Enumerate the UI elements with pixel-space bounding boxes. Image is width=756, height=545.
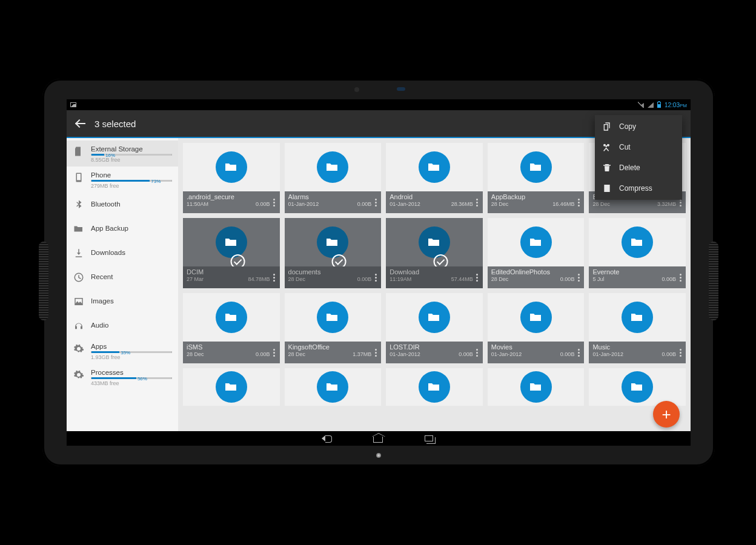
folder-thumb [183, 368, 280, 406]
back-button[interactable] [74, 117, 86, 130]
tile-menu-button[interactable] [473, 191, 482, 213]
sd-icon [73, 145, 85, 157]
folder-tile[interactable] [285, 368, 382, 406]
folder-tile[interactable]: documents 28 Dec 0.00B [285, 218, 382, 288]
tile-menu-button[interactable] [270, 266, 279, 288]
tile-menu-button[interactable] [676, 342, 685, 363]
folder-tile[interactable]: Music 01-Jan-2012 0.00B [589, 293, 686, 363]
nav-recent-button[interactable] [422, 433, 437, 444]
tile-menu-button[interactable] [473, 266, 482, 288]
sidebar-item-images[interactable]: Images [67, 289, 178, 314]
tile-menu-button[interactable] [574, 266, 583, 288]
status-clock: 12:03PM [665, 102, 687, 108]
tablet-frame: 12:03PM 3 selected External Storage 16% … [42, 79, 715, 466]
phone-icon [73, 171, 85, 183]
folder-name: Evernote [592, 268, 676, 276]
screen: 12:03PM 3 selected External Storage 16% … [67, 99, 691, 446]
tile-menu-button[interactable] [270, 191, 279, 213]
speaker-left [39, 242, 48, 320]
sidebar-item-bluetooth[interactable]: Bluetooth [67, 193, 178, 217]
tile-menu-button[interactable] [371, 191, 380, 213]
menu-item-cut[interactable]: Cut [595, 137, 682, 157]
folder-date: 11:19AM [390, 276, 411, 282]
fab-add-button[interactable]: + [653, 401, 680, 428]
folder-info: KingsoftOffice 28 Dec 1.37MB [285, 342, 382, 363]
folder-size: 0.00B [662, 276, 676, 282]
tile-menu-button[interactable] [473, 342, 482, 363]
folder-size: 0.00B [256, 201, 270, 207]
folder-tile[interactable]: Download 11:19AM 57.44MB [386, 218, 483, 288]
folder-info: Download 11:19AM 57.44MB [386, 266, 483, 288]
folder-tile[interactable]: KingsoftOffice 28 Dec 1.37MB [285, 293, 382, 363]
tile-menu-button[interactable] [371, 342, 380, 363]
folder-tile[interactable]: AppBackup 28 Dec 16.46MB [488, 143, 585, 213]
nav-home-button[interactable] [371, 433, 386, 444]
folder-name: Movies [491, 343, 575, 351]
folder-icon [419, 302, 450, 333]
tile-menu-button[interactable] [676, 266, 685, 288]
screenshot-icon [70, 102, 76, 107]
gear-icon [73, 369, 85, 381]
folder-tile[interactable] [183, 368, 280, 406]
folder-icon [520, 226, 552, 258]
folder-tile[interactable]: LOST.DIR 01-Jan-2012 0.00B [386, 293, 483, 363]
audio-icon [73, 320, 85, 332]
folder-thumb [386, 293, 483, 342]
sidebar-item-app-backup[interactable]: App Backup [67, 217, 178, 241]
tile-menu-button[interactable] [371, 266, 380, 288]
folder-name: documents [288, 268, 372, 276]
folder-thumb [386, 143, 483, 191]
sidebar-item-external-storage[interactable]: External Storage 16% 8.55GB free [67, 140, 178, 167]
folder-thumb [589, 293, 686, 342]
nav-back-button[interactable] [320, 433, 335, 444]
sidebar-item-recent[interactable]: Recent [67, 265, 178, 289]
tile-menu-button[interactable] [574, 191, 583, 213]
folder-info: AppBackup 28 Dec 16.46MB [488, 191, 585, 213]
folder-tile[interactable]: Evernote 5 Jul 0.00B [589, 218, 686, 288]
sidebar-item-phone[interactable]: Phone 73% 279MB free [67, 167, 178, 193]
mute-icon [638, 102, 644, 108]
folder-size: 0.00B [459, 351, 473, 357]
folder-tile[interactable]: Alarms 01-Jan-2012 0.00B [285, 143, 382, 213]
folder-size: 0.00B [256, 351, 270, 357]
folder-info: Evernote 5 Jul 0.00B [589, 266, 686, 288]
folder-size: 28.36MB [451, 201, 473, 207]
free-space: 433MB free [91, 380, 172, 386]
sidebar-item-processes[interactable]: Processes 56% 433MB free [67, 364, 178, 390]
folder-tile[interactable]: .android_secure 11:50AM 0.00B [183, 143, 280, 213]
folder-name: KingsoftOffice [288, 343, 372, 351]
folder-tile[interactable]: iSMS 28 Dec 0.00B [183, 293, 280, 363]
tile-menu-button[interactable] [574, 342, 583, 363]
folder-tile[interactable]: EditedOnlinePhotos 28 Dec 0.00B [488, 218, 585, 288]
usage-bar: 73% [91, 180, 172, 182]
download-icon [73, 247, 85, 259]
folder-tile[interactable] [386, 368, 483, 406]
folder-thumb [285, 368, 382, 406]
cut-icon [602, 142, 612, 152]
menu-item-delete[interactable]: Delete [595, 157, 682, 178]
folder-date: 28 Dec [187, 351, 204, 357]
sidebar-item-label: App Backup [91, 225, 172, 232]
sensor-icon [397, 87, 405, 91]
menu-item-label: Cut [619, 143, 631, 151]
usage-bar: 35% [91, 351, 172, 353]
folder-tile[interactable]: DCIM 27 Mar 84.78MB [183, 218, 280, 288]
folder-tile[interactable] [488, 368, 585, 406]
folder-size: 0.00B [560, 351, 575, 357]
sidebar-item-audio[interactable]: Audio [67, 314, 178, 338]
compress-icon [602, 183, 612, 193]
sidebar-item-apps[interactable]: Apps 35% 1.93GB free [67, 338, 178, 364]
menu-item-copy[interactable]: Copy [595, 116, 682, 137]
folder-tile[interactable]: Android 01-Jan-2012 28.36MB [386, 143, 483, 213]
menu-item-compress[interactable]: Compress [595, 178, 682, 199]
folder-tile[interactable] [589, 368, 686, 406]
sidebar: External Storage 16% 8.55GB free Phone 7… [67, 138, 178, 431]
sidebar-item-downloads[interactable]: Downloads [67, 241, 178, 265]
folder-name: .android_secure [187, 193, 270, 200]
tile-menu-button[interactable] [270, 342, 279, 363]
free-space: 8.55GB free [91, 157, 172, 163]
folder-date: 01-Jan-2012 [491, 351, 522, 357]
folder-date: 11:50AM [187, 201, 208, 207]
folder-tile[interactable]: Movies 01-Jan-2012 0.00B [488, 293, 585, 363]
folder-date: 28 Dec [288, 276, 306, 282]
